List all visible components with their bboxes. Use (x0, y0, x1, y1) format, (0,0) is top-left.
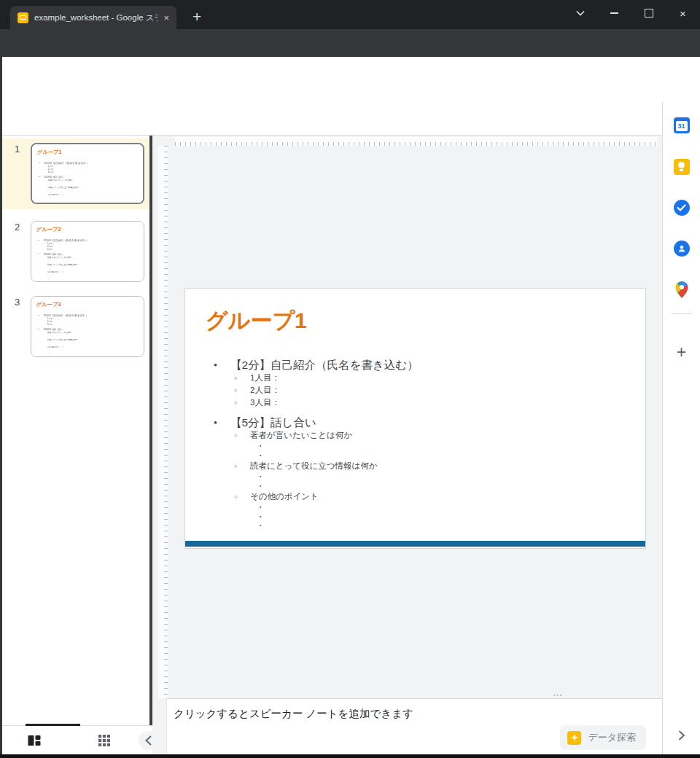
edit-toolbar: + T (0, 102, 662, 136)
bullet-icon: ▪ (50, 201, 52, 203)
browser-titlebar: example_worksheet - Google スラ × + × (0, 0, 700, 29)
bullet-item: ▪ (211, 503, 634, 512)
browser-tab[interactable]: example_worksheet - Google スラ × (10, 6, 176, 29)
slide-title[interactable]: グループ3 (36, 301, 61, 308)
keep-icon[interactable] (674, 159, 690, 175)
bullet-text: 読者にとって役に立つ情報は何か (250, 460, 378, 472)
bullet-icon: ▪ (260, 503, 267, 512)
speaker-notes-panel[interactable]: クリックするとスピーカー ノートを追加できます データ探索 (166, 698, 662, 754)
bullet-text: 読者にとって役に立つ情報は何か (48, 186, 79, 189)
expand-panel-icon[interactable] (678, 730, 685, 741)
bullet-text: その他のポイント (250, 491, 319, 503)
view-switcher-bar (0, 725, 152, 754)
app-header: example_worksheet ☆ ファイル編集表示挿入表示形式スライド配置 (0, 57, 700, 102)
slide-body[interactable]: ●【2分】自己紹介（氏名を書き込む）○1人目：○2人目：○3人目：●【5分】話し… (39, 160, 143, 203)
maps-icon[interactable] (675, 281, 688, 298)
explore-button[interactable]: データ探索 (560, 725, 646, 750)
tasks-icon[interactable] (674, 200, 690, 216)
bullet-text: 3人目： (48, 171, 55, 173)
slides-favicon-icon (18, 12, 28, 23)
bullet-icon: ▪ (50, 353, 51, 356)
slide-title[interactable]: グループ2 (36, 226, 61, 233)
panel-divider (672, 313, 692, 314)
slide-contents: グループ1●【2分】自己紹介（氏名を書き込む）○1人目：○2人目：○3人目：●【… (185, 289, 645, 548)
slide-contents: グループ1●【2分】自己紹介（氏名を書き込む）○1人目：○2人目：○3人目：●【… (32, 144, 144, 204)
bullet-text: 【2分】自己紹介（氏名を書き込む） (230, 358, 419, 372)
bullet-item: ▪ (38, 353, 142, 356)
thumbnail-preview: グループ3●【2分】自己紹介（氏名を書き込む）○1人目：○2人目：○3人目：●【… (31, 297, 144, 357)
window-minimize-button[interactable] (597, 0, 631, 26)
bullet-text: 著者が言いたいことは何か (250, 429, 352, 442)
slide-accent-bar (185, 541, 645, 547)
slide-canvas[interactable]: グループ1●【2分】自己紹介（氏名を書き込む）○1人目：○2人目：○3人目：●【… (152, 136, 662, 754)
tab-close-icon[interactable]: × (163, 13, 169, 23)
slide-body[interactable]: ●【2分】自己紹介（氏名を書き込む）○1人目：○2人目：○3人目：●【5分】話し… (38, 312, 142, 356)
bullet-icon: ● (211, 358, 230, 372)
new-tab-button[interactable]: + (192, 8, 201, 26)
explore-star-icon (567, 731, 581, 745)
bullet-text: 読者にとって役に立つ情報は何か (47, 338, 79, 341)
filmstrip-row-2[interactable]: 2グループ2●【2分】自己紹介（氏名を書き込む）○1人目：○2人目：○3人目：●… (2, 216, 149, 287)
bullet-text: 3人目： (47, 248, 55, 251)
window-close-button[interactable]: × (666, 0, 700, 26)
bullet-text: 3人目： (250, 396, 280, 409)
bullet-icon: ● (211, 415, 230, 429)
bullet-icon: ▪ (50, 278, 51, 281)
collapse-filmstrip-icon[interactable] (139, 731, 158, 750)
calendar-icon[interactable]: 31 (674, 117, 690, 133)
filmstrip-row-1[interactable]: 1グループ1●【2分】自己紹介（氏名を書き込む）○1人目：○2人目：○3人目：●… (2, 138, 149, 209)
workspace-side-panel: 31 + (662, 102, 700, 754)
filmstrip-scrollbar[interactable] (149, 136, 152, 725)
bullet-item: ○著者が言いたいことは何か (211, 429, 634, 442)
notes-drag-handle[interactable]: ⋯ (553, 694, 570, 697)
bullet-item: ▪ (211, 521, 634, 531)
bullet-icon: ▪ (260, 442, 267, 451)
bullet-item: ▪ (38, 278, 142, 281)
bullet-text: 1人目： (250, 372, 280, 384)
explore-label: データ探索 (588, 731, 636, 744)
window-menu-chevron-icon[interactable] (563, 0, 597, 26)
bullet-text: 2人目： (250, 384, 280, 396)
bullet-text: 【5分】話し合い (230, 415, 316, 429)
slide-title[interactable]: グループ1 (37, 149, 62, 156)
bullet-icon: ▪ (260, 512, 267, 522)
current-slide[interactable]: グループ1●【2分】自己紹介（氏名を書き込む）○1人目：○2人目：○3人目：●【… (184, 288, 646, 549)
slide-contents: グループ2●【2分】自己紹介（氏名を書き込む）○1人目：○2人目：○3人目：●【… (31, 222, 144, 282)
tab-title: example_worksheet - Google スラ (34, 12, 158, 23)
bullet-icon: ○ (234, 460, 250, 472)
bullet-item: ○1人目： (211, 372, 634, 384)
slide-thumbnail-3[interactable]: グループ3●【2分】自己紹介（氏名を書き込む）○1人目：○2人目：○3人目：●【… (31, 296, 144, 357)
bullet-item: ▪ (211, 472, 634, 482)
bullet-item: ○3人目： (38, 248, 142, 251)
slide-body[interactable]: ●【2分】自己紹介（氏名を書き込む）○1人目：○2人目：○3人目：●【5分】話し… (211, 351, 634, 531)
filmstrip-row-3[interactable]: 3グループ3●【2分】自己紹介（氏名を書き込む）○1人目：○2人目：○3人目：●… (2, 292, 149, 362)
slide-body[interactable]: ●【2分】自己紹介（氏名を書き込む）○1人目：○2人目：○3人目：●【5分】話し… (38, 237, 142, 281)
filmstrip-panel: 1グループ1●【2分】自己紹介（氏名を書き込む）○1人目：○2人目：○3人目：●… (2, 136, 149, 725)
bullet-icon: ○ (234, 491, 250, 503)
bullet-item: ▪ (211, 512, 634, 522)
bullet-item: ○3人目： (38, 323, 142, 326)
slide-thumbnail-1[interactable]: グループ1●【2分】自己紹介（氏名を書き込む）○1人目：○2人目：○3人目：●【… (31, 143, 144, 204)
thumbnail-preview: グループ1●【2分】自己紹介（氏名を書き込む）○1人目：○2人目：○3人目：●【… (32, 144, 144, 204)
bullet-icon: ▪ (260, 451, 267, 461)
bullet-item: ▪ (211, 442, 634, 451)
slide-thumbnail-2[interactable]: グループ2●【2分】自己紹介（氏名を書き込む）○1人目：○2人目：○3人目：●【… (31, 221, 144, 282)
browser-toolbar: docs.google.com/presentation/d/ ☆ シークレット… (0, 29, 700, 57)
contacts-icon[interactable] (674, 241, 690, 257)
window-maximize-button[interactable] (631, 0, 666, 26)
slide-number: 3 (15, 297, 20, 308)
add-addon-icon[interactable]: + (677, 343, 686, 362)
bullet-item: ○2人目： (211, 384, 634, 396)
filmstrip-view-icon[interactable] (25, 731, 44, 750)
bullet-icon: ○ (234, 429, 250, 442)
slide-contents: グループ3●【2分】自己紹介（氏名を書き込む）○1人目：○2人目：○3人目：●【… (31, 297, 144, 357)
speaker-notes-placeholder[interactable]: クリックするとスピーカー ノートを追加できます (174, 707, 413, 721)
bullet-item: ▪ (39, 201, 143, 203)
bullet-text: 3人目： (47, 323, 55, 326)
slide-title[interactable]: グループ1 (206, 306, 307, 336)
vertical-ruler (158, 146, 168, 698)
bullet-icon: ▪ (260, 482, 267, 491)
bullet-icon: ○ (234, 372, 250, 384)
horizontal-ruler (175, 137, 658, 146)
grid-view-icon[interactable] (95, 731, 114, 750)
